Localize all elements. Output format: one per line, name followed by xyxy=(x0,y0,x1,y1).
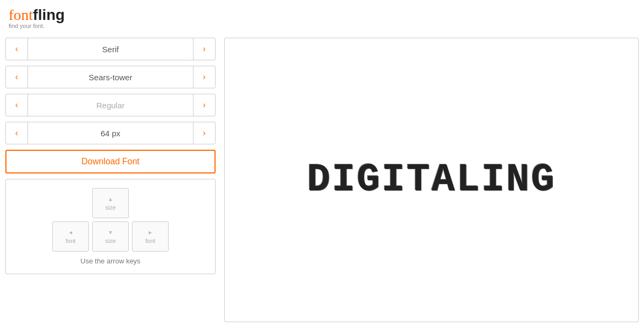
down-arrow-label: size xyxy=(105,238,116,244)
size-prev-button[interactable]: ‹ xyxy=(6,122,27,144)
category-next-button[interactable]: › xyxy=(193,38,215,60)
right-arrow-label: font xyxy=(146,238,155,244)
style-next-button[interactable]: › xyxy=(193,94,215,116)
left-arrow-label: font xyxy=(66,238,75,244)
right-arrow-symbol: ► xyxy=(148,229,153,235)
arrow-keys-info-box: ▲ size ◄ font ▼ size ► xyxy=(5,179,216,274)
arrow-info-label: Use the arrow keys xyxy=(80,257,140,265)
right-arrow-key: ► font xyxy=(132,221,169,252)
font-value: Sears-tower xyxy=(27,66,193,88)
logo-font-part: font xyxy=(9,6,33,24)
font-prev-button[interactable]: ‹ xyxy=(6,66,27,88)
style-selector: ‹ Regular › xyxy=(5,94,216,116)
category-prev-button[interactable]: ‹ xyxy=(6,38,27,60)
category-value: Serif xyxy=(27,38,193,60)
download-font-button[interactable]: Download Font xyxy=(5,150,216,173)
font-selector: ‹ Sears-tower › xyxy=(5,66,216,88)
logo-tagline: find your font. xyxy=(9,23,635,29)
size-next-button[interactable]: › xyxy=(193,122,215,144)
logo: fontfling xyxy=(9,6,635,24)
font-preview-text: DIGITALING xyxy=(307,158,556,202)
left-arrow-key: ◄ font xyxy=(52,221,89,252)
left-panel: ‹ Serif › ‹ Sears-tower › ‹ Regular › ‹ … xyxy=(5,38,216,322)
category-selector: ‹ Serif › xyxy=(5,38,216,60)
style-value: Regular xyxy=(27,94,193,116)
up-arrow-symbol: ▲ xyxy=(108,196,113,202)
logo-fling-part: fling xyxy=(33,6,65,24)
header: fontfling find your font. xyxy=(0,0,644,32)
arrow-grid: ▲ size ◄ font ▼ size ► xyxy=(52,188,169,252)
down-arrow-symbol: ▼ xyxy=(108,229,113,235)
font-preview-panel: DIGITALING xyxy=(224,38,639,322)
down-arrow-key: ▼ size xyxy=(92,221,129,252)
size-value: 64 px xyxy=(27,122,193,144)
left-arrow-symbol: ◄ xyxy=(68,229,73,235)
up-arrow-key: ▲ size xyxy=(92,188,129,218)
style-prev-button[interactable]: ‹ xyxy=(6,94,27,116)
arrow-top-row: ▲ size xyxy=(92,188,129,218)
size-selector: ‹ 64 px › xyxy=(5,122,216,144)
font-next-button[interactable]: › xyxy=(193,66,215,88)
up-arrow-label: size xyxy=(105,204,116,211)
arrow-middle-row: ◄ font ▼ size ► font xyxy=(52,221,169,252)
main-layout: ‹ Serif › ‹ Sears-tower › ‹ Regular › ‹ … xyxy=(0,32,644,328)
